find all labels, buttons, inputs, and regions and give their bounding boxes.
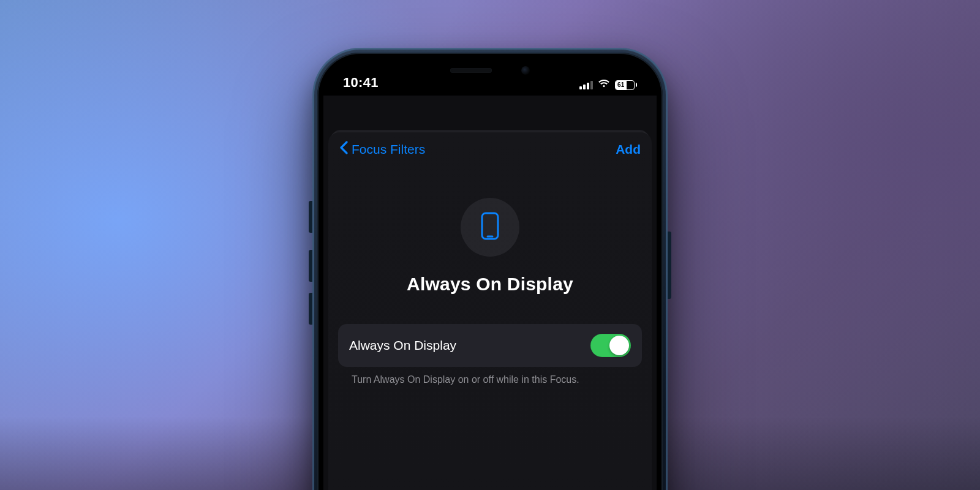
phone-screen: 10:41 61: [323, 59, 657, 490]
settings-group: Always On Display Turn Always On Display…: [328, 324, 652, 385]
group-footer-text: Turn Always On Display on or off while i…: [338, 367, 642, 385]
chevron-left-icon: [339, 141, 348, 157]
toggle-knob: [609, 336, 629, 355]
battery-indicator: 61: [615, 80, 638, 90]
battery-percent-text: 61: [616, 81, 627, 89]
status-time: 10:41: [343, 75, 379, 91]
modal-sheet: Focus Filters Add Always On Display: [328, 132, 652, 490]
status-right-cluster: 61: [579, 79, 638, 91]
wallpaper-stage: 10:41 61: [0, 0, 980, 490]
front-camera: [521, 66, 530, 75]
hero-title: Always On Display: [407, 274, 573, 295]
back-button[interactable]: Focus Filters: [339, 141, 425, 157]
earpiece-speaker: [450, 68, 492, 73]
device-notch: [429, 59, 551, 82]
wifi-icon: [598, 79, 610, 91]
row-label: Always On Display: [349, 338, 456, 353]
always-on-display-toggle[interactable]: [590, 334, 631, 357]
svg-rect-0: [482, 213, 498, 239]
always-on-display-row: Always On Display: [338, 324, 642, 367]
phone-frame: 10:41 61: [312, 48, 668, 490]
add-button[interactable]: Add: [616, 142, 641, 157]
phone-outline-icon: [481, 212, 499, 243]
cellular-bars-icon: [579, 81, 593, 89]
hero-section: Always On Display: [328, 164, 652, 324]
modal-nav-bar: Focus Filters Add: [328, 132, 652, 164]
hero-icon-circle: [461, 198, 519, 257]
back-button-label: Focus Filters: [352, 142, 425, 157]
